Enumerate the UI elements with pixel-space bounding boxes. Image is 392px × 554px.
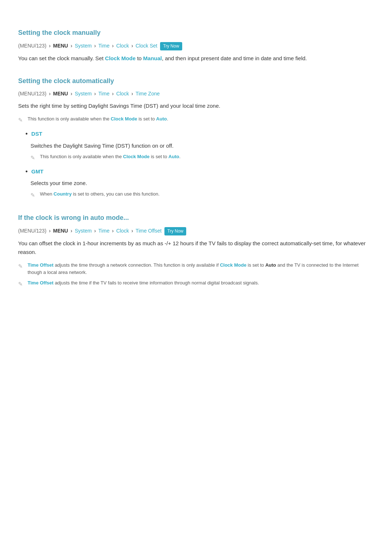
arrow-icon-aw5: › — [131, 228, 135, 234]
section-automatic: Setting the clock automatically (MENU/12… — [18, 76, 374, 200]
note-time-offset-2: ✎ Time Offset adjusts the time if the TV… — [18, 279, 374, 288]
inline-clock-mode-manual: Clock Mode — [105, 55, 135, 61]
note-text-time-offset-2: Time Offset adjusts the time if the TV f… — [28, 279, 259, 287]
sub-note-clock-mode-dst: Clock Mode — [123, 154, 150, 159]
pencil-icon-dst: ✎ — [30, 153, 37, 162]
pencil-icon-gmt: ✎ — [30, 191, 37, 200]
try-now-button-manual[interactable]: Try Now — [160, 42, 182, 50]
pencil-icon-1: ✎ — [18, 116, 25, 124]
section-auto-wrong: If the clock is wrong in auto mode... (M… — [18, 213, 374, 288]
arrow-icon-aw2: › — [70, 228, 74, 234]
section-title-auto-wrong: If the clock is wrong in auto mode... — [18, 213, 374, 223]
inline-manual: Manual — [143, 55, 162, 61]
breadcrumb-system-auto: System — [75, 91, 92, 97]
arrow-icon-2: › — [70, 43, 74, 49]
arrow-icon-a5: › — [131, 91, 135, 97]
breadcrumb-menu: MENU — [53, 43, 68, 49]
breadcrumb-menu-auto: MENU — [53, 91, 68, 97]
arrow-icon-aw3: › — [94, 228, 98, 234]
note-time-offset-teal-1: Time Offset — [28, 262, 53, 268]
arrow-icon-4: › — [112, 43, 115, 49]
breadcrumb-menu-aw: MENU — [53, 228, 68, 234]
breadcrumb-automatic: (MENU/123) › MENU › System › Time › Cloc… — [18, 90, 374, 98]
try-now-button-offset[interactable]: Try Now — [164, 227, 186, 235]
breadcrumb-menu123-auto: (MENU/123) — [18, 91, 46, 97]
bullet-dst: • DST — [25, 130, 374, 139]
bullet-desc-dst: Switches the Daylight Saving Time (DST) … — [30, 141, 374, 150]
sub-note-dst: ✎ This function is only available when t… — [30, 153, 374, 162]
arrow-icon-a1: › — [49, 91, 52, 97]
breadcrumb-clock-aw: Clock — [116, 228, 129, 234]
arrow-icon-1: › — [49, 43, 52, 49]
body-text-auto-wrong: You can offset the clock in 1-hour incre… — [18, 239, 374, 257]
pencil-icon-aw2: ✎ — [18, 280, 25, 288]
breadcrumb-system: System — [75, 43, 92, 49]
sub-note-auto-dst: Auto — [168, 154, 179, 159]
bullet-label-gmt: GMT — [31, 167, 43, 176]
arrow-icon-3: › — [94, 43, 98, 49]
sub-note-text-dst: This function is only available when the… — [40, 153, 180, 160]
breadcrumb-time-aw: Time — [98, 228, 110, 234]
note-text-auto-clock-mode: This function is only available when the… — [28, 115, 168, 123]
body-text-automatic: Sets the right time by setting Daylight … — [18, 102, 374, 110]
sub-note-country-gmt: Country — [54, 191, 72, 197]
section-title-automatic: Setting the clock automatically — [18, 76, 374, 86]
breadcrumb-clock-set: Clock Set — [136, 43, 158, 49]
section-title-manual: Setting the clock manually — [18, 28, 374, 38]
bullet-dot-dst: • — [25, 129, 28, 139]
note-auto-clock-mode: ✎ This function is only available when t… — [18, 115, 374, 124]
breadcrumb-menu123-aw: (MENU/123) — [18, 228, 46, 234]
note-clock-mode-1: Clock Mode — [111, 116, 137, 122]
body-text-manual: You can set the clock manually. Set Cloc… — [18, 54, 374, 63]
breadcrumb-auto-wrong: (MENU/123) › MENU › System › Time › Cloc… — [18, 227, 374, 235]
bullet-dot-gmt: • — [25, 167, 28, 177]
arrow-icon-a4: › — [112, 91, 115, 97]
arrow-icon-a2: › — [70, 91, 74, 97]
bullet-gmt: • GMT — [25, 167, 374, 177]
pencil-icon-aw1: ✎ — [18, 262, 25, 271]
note-time-offset-teal-2: Time Offset — [28, 280, 53, 286]
breadcrumb-menu123: (MENU/123) — [18, 43, 46, 49]
arrow-icon-aw1: › — [49, 228, 52, 234]
arrow-icon-5: › — [131, 43, 135, 49]
sub-note-gmt: ✎ When Country is set to others, you can… — [30, 190, 374, 200]
breadcrumb-time-offset: Time Offset — [136, 228, 162, 234]
breadcrumb-system-aw: System — [75, 228, 92, 234]
note-time-offset-1: ✎ Time Offset adjusts the time through a… — [18, 262, 374, 276]
note-clock-mode-aw: Clock Mode — [220, 262, 246, 268]
breadcrumb-clock-auto: Clock — [116, 91, 129, 97]
sub-note-text-gmt: When Country is set to others, you can u… — [40, 190, 160, 198]
breadcrumb-clock: Clock — [116, 43, 129, 49]
bullet-label-dst: DST — [31, 130, 42, 138]
note-text-time-offset-1: Time Offset adjusts the time through a n… — [28, 262, 374, 276]
bullet-desc-gmt: Selects your time zone. — [30, 179, 374, 188]
note-auto-1: Auto — [156, 116, 167, 122]
arrow-icon-aw4: › — [112, 228, 115, 234]
arrow-icon-a3: › — [94, 91, 98, 97]
breadcrumb-time-zone: Time Zone — [136, 91, 160, 97]
section-manual: Setting the clock manually (MENU/123) › … — [18, 28, 374, 63]
note-auto-aw: Auto — [265, 262, 276, 268]
breadcrumb-time: Time — [98, 43, 110, 49]
breadcrumb-manual: (MENU/123) › MENU › System › Time › Cloc… — [18, 42, 374, 50]
breadcrumb-time-auto: Time — [98, 91, 110, 97]
